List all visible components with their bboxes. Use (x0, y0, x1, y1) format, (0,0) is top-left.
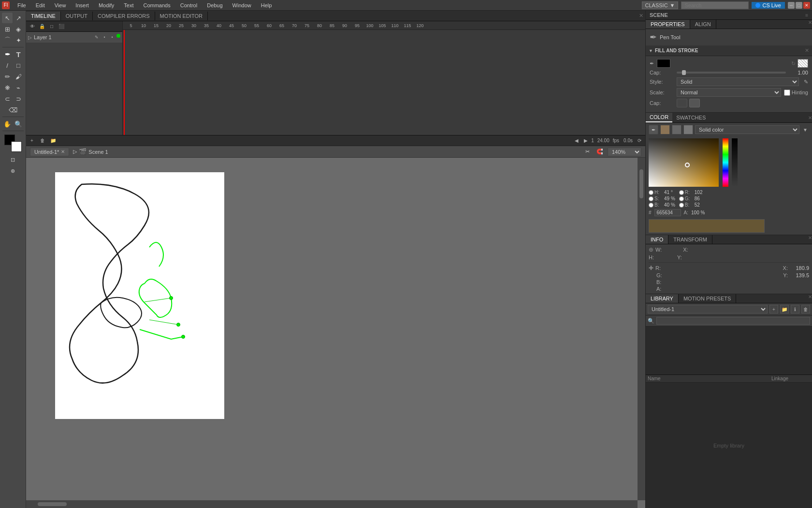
eyedropper-tool[interactable]: ⊃ (13, 93, 24, 104)
menu-control[interactable]: Control (178, 1, 199, 9)
snap-btn[interactable]: 🧲 (595, 147, 605, 157)
stroke-cycle-icon[interactable]: ↻ (791, 60, 796, 67)
magic-wand[interactable]: ✦ (13, 35, 24, 45)
timeline-close-btn[interactable]: ✕ (639, 13, 643, 19)
v-scroll-thumb[interactable] (639, 169, 643, 198)
menu-commands[interactable]: Commands (141, 1, 172, 9)
menu-view[interactable]: View (53, 1, 68, 9)
bone-tool[interactable]: ⌁ (13, 82, 24, 93)
color-gradient[interactable] (649, 138, 719, 187)
fill-stroke-header[interactable]: ▼ FILL AND STROKE ✕ (646, 45, 812, 56)
line-tool[interactable]: / (2, 60, 13, 71)
hand-tool[interactable]: ✋ (2, 119, 13, 129)
info-close[interactable]: ✕ (808, 235, 812, 244)
workspace-selector[interactable]: CLASSIC ▼ (642, 1, 679, 9)
b2-radio[interactable] (679, 203, 684, 208)
color-mode-select[interactable]: Solid color (695, 125, 799, 134)
close-button[interactable]: ✕ (803, 2, 810, 9)
eraser-tool[interactable]: ⌫ (8, 105, 18, 115)
s-radio[interactable] (649, 196, 653, 201)
frame-cells[interactable] (123, 30, 645, 135)
play-btn[interactable]: ▶ (582, 137, 590, 145)
color-tab[interactable]: COLOR (646, 113, 672, 122)
maximize-button[interactable]: □ (796, 2, 802, 9)
cap-btn-1[interactable] (677, 99, 687, 107)
pen-tool[interactable]: ✒ (2, 49, 13, 60)
info-tab[interactable]: INFO (646, 235, 668, 244)
brush-tool[interactable]: 🖌 (13, 71, 24, 82)
swatches-tab[interactable]: SWATCHES (672, 113, 710, 122)
breadcrumb-scene[interactable]: Scene 1 (88, 149, 108, 155)
stroke-none-swatch[interactable] (798, 59, 808, 68)
menu-window[interactable]: Window (231, 1, 253, 9)
horizontal-scrollbar[interactable] (26, 500, 638, 508)
lasso-tool[interactable]: ⌒ (2, 35, 13, 45)
lib-tab-library[interactable]: LIBRARY (646, 294, 679, 303)
selection-tool[interactable]: ↖ (2, 13, 13, 23)
color-close[interactable]: ✕ (808, 115, 812, 120)
search-input[interactable] (681, 1, 749, 9)
color-mode-arrow[interactable]: ▼ (801, 126, 809, 134)
style-select[interactable]: Solid (677, 77, 799, 86)
tab-output[interactable]: OUTPUT (61, 12, 93, 20)
fill-color[interactable] (11, 141, 22, 152)
fill-stroke-close[interactable]: ✕ (805, 47, 809, 54)
layer-tool-3[interactable]: □ (47, 22, 56, 31)
layer-tool-1[interactable]: 👁 (28, 22, 37, 31)
deco-tool[interactable]: ❋ (2, 82, 13, 93)
canvas-wrapper[interactable] (26, 158, 638, 500)
menu-help[interactable]: Help (259, 1, 274, 9)
hinting-checkbox[interactable] (784, 90, 790, 96)
text-tool[interactable]: T (13, 49, 24, 60)
b-radio[interactable] (649, 203, 653, 208)
tab-motion-editor[interactable]: MOTION EDITOR (155, 12, 208, 20)
add-folder-btn[interactable]: 📁 (49, 137, 57, 145)
stroke-slider-thumb[interactable] (682, 70, 686, 75)
lib-new-symbol-btn[interactable]: + (769, 305, 778, 314)
document-tab-close[interactable]: ✕ (61, 149, 65, 154)
zoom-selector[interactable]: 140% (608, 148, 641, 156)
menu-text[interactable]: Text (122, 1, 135, 9)
color-fill-swatch[interactable] (660, 125, 670, 134)
cap-btn-2[interactable] (689, 99, 700, 107)
menu-file[interactable]: File (15, 1, 28, 9)
menu-debug[interactable]: Debug (205, 1, 224, 9)
scene-panel-close[interactable]: ≡ (805, 13, 808, 18)
settings-tool[interactable]: ⊕ (8, 165, 18, 176)
snap-tool[interactable]: ⊡ (8, 154, 18, 165)
add-layer-btn[interactable]: + (28, 137, 36, 145)
pencil-tool[interactable]: ✏ (2, 71, 13, 82)
layer-row[interactable]: ▷ Layer 1 ✎ • • (26, 32, 122, 43)
h-scroll-thumb[interactable] (38, 502, 67, 506)
color-stroke-btn[interactable] (672, 125, 682, 134)
tab-align[interactable]: ALIGN (690, 20, 716, 29)
document-tab[interactable]: Untitled-1* ✕ (30, 148, 69, 156)
layer-tool-2[interactable]: 🔒 (38, 22, 46, 31)
color-pen-btn[interactable]: ✒ (649, 125, 658, 134)
lib-delete-btn[interactable]: 🗑 (801, 305, 810, 314)
vertical-scrollbar[interactable] (638, 158, 645, 500)
menu-edit[interactable]: Edit (34, 1, 47, 9)
r-radio[interactable] (679, 190, 684, 195)
prev-frame-btn[interactable]: ◀ (573, 137, 580, 145)
color-picker-dot[interactable] (685, 163, 690, 167)
menu-insert[interactable]: Insert (73, 1, 91, 9)
loop-btn[interactable]: ⟳ (636, 137, 643, 145)
stroke-slider[interactable] (677, 72, 786, 74)
lib-search-input[interactable] (656, 317, 810, 325)
stroke-color-swatch[interactable] (657, 59, 670, 68)
transform-tab[interactable]: TRANSFORM (668, 235, 712, 244)
h-radio[interactable] (649, 190, 653, 195)
menu-modify[interactable]: Modify (97, 1, 116, 9)
alpha-bar[interactable] (732, 138, 738, 187)
rectangle-tool[interactable]: □ (13, 60, 24, 71)
clip-btn[interactable]: ✂ (582, 147, 592, 157)
tab-compiler-errors[interactable]: COMPILER ERRORS (93, 12, 155, 20)
tab-timeline[interactable]: TIMELINE (26, 12, 61, 20)
g-radio[interactable] (679, 196, 684, 201)
gradient-tool[interactable]: ◈ (13, 24, 24, 34)
cs-live-button[interactable]: CS Live (752, 2, 785, 9)
prop-close[interactable]: ✕ (808, 20, 812, 29)
layer-edit-btn[interactable]: ✎ (93, 34, 100, 41)
lib-tab-motion[interactable]: MOTION PRESETS (679, 294, 736, 303)
